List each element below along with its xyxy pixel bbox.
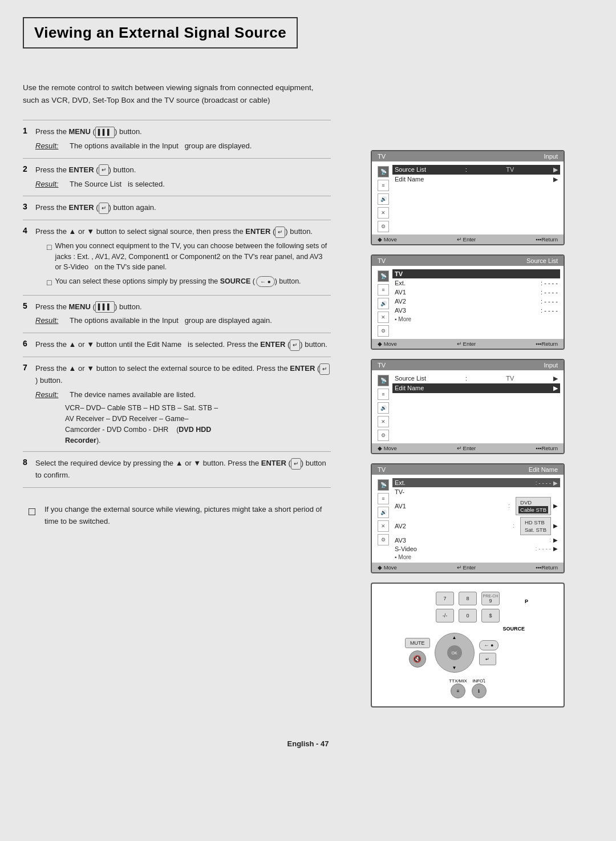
tv-icon-antenna: 📡 [378,166,389,177]
bottom-note: □ If you change the external source whil… [23,504,331,528]
tv-icon-2-x: ✕ [378,312,389,323]
page-title: Viewing an External Signal Source [23,17,298,48]
tv-label-1: TV [378,153,386,160]
av2-opt-hd: HD STB [523,519,546,526]
btn-pch-label: $ [489,613,492,618]
ext-label: Ext. [395,280,406,286]
footer-enter-2: ↵ Enter [457,341,476,347]
tv-diagram-4-content: Ext. : - - - - ▶ TV- AV1 : [395,478,558,560]
pre-ch-label: PRE-CH [483,594,499,598]
av1-arrow-4: ▶ [553,503,558,509]
av2-dots: : - - - - [541,298,558,305]
step-6-number: 6 [23,333,35,357]
left-column: Use the remote control to switch between… [23,82,342,528]
footer-return-2: ▪▪▪Return [536,341,558,347]
step-5-content: Press the MENU (▌▌▌) button. Result: The… [35,295,331,333]
tv-diagram-3-content: Source List : TV ▶ Edit Name ▶ [395,374,558,441]
step-7-number: 7 [23,357,35,452]
av2-sep-4: : [513,523,514,529]
tv-diagram-4-footer: ◆ Move ↵ Enter ▪▪▪Return [372,563,564,572]
menu-icon-5: ▌▌▌ [95,301,115,313]
nav-up-icon: ▲ [452,635,457,640]
source-label-remote: SOURCE [411,626,525,632]
footer-enter: ↵ Enter [457,236,476,242]
remote-btn-8-wrap: 8 [459,592,477,605]
av2-options: HD STB Sat. STB [520,517,551,535]
tv-item-av3: AV3 : - - - - [395,306,558,315]
btn-7-label: 7 [443,596,446,601]
remote-source-btn: ← ● [479,640,499,650]
source-icon: ← ● [256,276,275,287]
tv-icon-2-menu: ≡ [378,284,389,296]
remote-inner: 7 8 PRE-CH 9 [378,592,558,698]
tv-item-av1: AV1 : - - - - [395,288,558,297]
step-1-result-label: Result: [35,140,65,152]
av3-sep-4: : [549,537,551,543]
remote-btn-0: 0 [459,609,477,622]
tv-diagram-3-header: TV Input [372,360,564,370]
av1-label: AV1 [395,289,406,296]
av3-label: AV3 [395,307,406,314]
tv-label-4: TV [378,466,386,473]
footer-enter-3: ↵ Enter [457,445,476,451]
tv-diagram-1-content: Source List : TV ▶ Edit Name ▶ [395,165,558,232]
intro-text: Use the remote control to switch between… [23,82,331,106]
remote-btn-7: 7 [436,592,454,605]
step-6: 6 Press the ▲ or ▼ button until the Edit… [23,333,331,357]
p-label: P [525,599,528,604]
remote-diagram: 7 8 PRE-CH 9 [371,583,565,707]
tv-icon-3-antenna: 📡 [378,375,389,386]
tv-av2-row-4: AV2 : HD STB Sat. STB ▶ [395,516,558,536]
tv-icon-2-settings: ⚙ [378,325,389,337]
step-5-result-label: Result: [35,315,65,327]
enter-icon-6: ↵ [290,339,300,351]
btn-8-label: 8 [466,596,469,601]
enter-icon-4: ↵ [275,227,285,238]
tv-icon-2-antenna: 📡 [378,270,389,282]
footer-move-2: ◆ Move [378,341,397,347]
ext-dots-4: : - - - - [536,480,551,486]
note-bullet-1: □ [47,241,51,273]
steps-table: 1 Press the MENU (▌▌▌) button. Result: T… [23,120,331,488]
tv-ext-row: Ext. : - - - - ▶ [392,478,560,487]
step-3: 3 Press the ENTER (↵) button again. [23,196,331,220]
tv-more-2: ▪ More [395,316,558,322]
btn-9-label: 9 [489,598,492,604]
step-1-content: Press the MENU (▌▌▌) button. Result: The… [35,120,331,159]
info-icon: ℹ [478,689,480,694]
remote-row-top: 7 8 PRE-CH 9 [436,592,500,605]
remote-row-mute: MUTE 🔇 OK [405,633,530,673]
footer-move: ◆ Move [378,236,397,242]
remote-btn-7-wrap: 7 [436,592,454,605]
remote-row-bottom: TTX/MIX ≡ INFO⤵ ℹ [449,678,487,698]
enter-icon: ↵ [99,164,109,176]
info-wrap: INFO⤵ ℹ [472,678,487,698]
tv-diagram-4: TV Edit Name 📡 ≡ 🔊 ✕ ⚙ Ext. [371,463,565,573]
tv-diagram-4-body: 📡 ≡ 🔊 ✕ ⚙ Ext. : - - - - ▶ [372,475,564,563]
nav-center-icon: OK [451,651,457,655]
tv-item-av2: AV2 : - - - - [395,297,558,306]
step-4-number: 4 [23,220,35,295]
tv-diagram-1-header: TV Input [372,151,564,161]
step-1-number: 1 [23,120,35,159]
tv-icon-vol: 🔊 [378,193,389,205]
mute-circle: 🔇 [409,650,426,668]
svideo-arrow-4: ▶ [553,545,558,552]
ext-dots: : - - - - [541,280,558,286]
input-label-3: Input [544,362,558,369]
source-list-arrow: ▶ [553,166,558,173]
tv-icons-3: 📡 ≡ 🔊 ✕ ⚙ [378,374,389,441]
step-7: 7 Press the ▲ or ▼ button to select the … [23,357,331,452]
remote-btn-pch: $ [481,609,500,622]
source-list-label-3: Source List [395,375,426,382]
av1-opt-cable: Cable STB [518,506,548,514]
footer-return-3: ▪▪▪Return [536,445,558,451]
source-list-value: TV [506,166,514,173]
source-list-label: Source List [395,166,426,173]
step-2: 2 Press the ENTER (↵) button. Result: Th… [23,158,331,196]
av2-opt-sat: Sat. STB [523,526,548,533]
tv-edit-name-row-3: Edit Name ▶ [392,383,560,393]
tv-label-3: TV [378,362,386,369]
enter-icon-3: ↵ [99,203,109,214]
tv-icon-3-vol: 🔊 [378,402,389,414]
